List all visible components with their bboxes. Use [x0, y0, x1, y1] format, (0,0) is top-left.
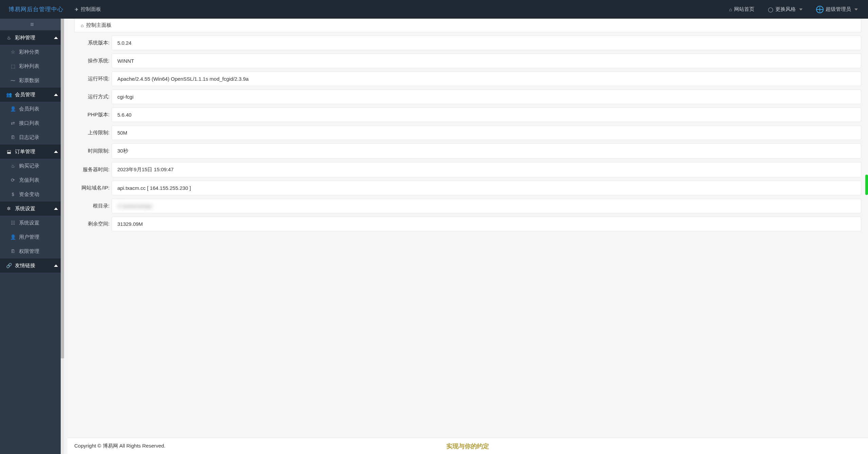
- info-label: 操作系统:: [74, 58, 112, 64]
- info-value: cgi-fcgi: [112, 90, 861, 104]
- info-label: 剩余空间:: [74, 221, 112, 227]
- sidebar-item-label: 用户管理: [19, 234, 39, 240]
- sidebar-group-label: 会员管理: [15, 92, 35, 98]
- circle-arrow-icon: ⟳: [10, 178, 16, 182]
- info-label: 上传限制:: [74, 130, 112, 136]
- sidebar-item-label: 彩票数据: [19, 77, 39, 84]
- sidebar-item[interactable]: 👤用户管理: [0, 230, 64, 244]
- sidebar: ≡ ♨彩种管理☆彩种分类⬚彩种列表⁓彩票数据👥会员管理👤会员列表⇄接口列表🗓日志…: [0, 19, 64, 454]
- sidebar-item[interactable]: ☆彩种分类: [0, 45, 64, 59]
- sidebar-item[interactable]: 👤会员列表: [0, 102, 64, 116]
- sidebar-item[interactable]: ♨购买记录: [0, 159, 64, 173]
- flame-icon: ♨: [6, 35, 12, 40]
- info-row: 根目录:C:\wwwroot\api: [74, 199, 861, 213]
- dollar-icon: ＄: [10, 192, 16, 197]
- sidebar-item[interactable]: 🗓权限管理: [0, 244, 64, 258]
- info-value: 31329.09M: [112, 217, 861, 231]
- sidebar-group-header[interactable]: ✲系统设置: [0, 201, 64, 216]
- sidebar-item-label: 权限管理: [19, 248, 39, 255]
- person-icon: 👤: [10, 235, 16, 239]
- calendar-icon: 🗓: [10, 135, 16, 140]
- sidebar-item[interactable]: ☷系统设置: [0, 216, 64, 230]
- chevron-up-icon: [54, 208, 58, 210]
- tab-control-panel[interactable]: ✈ 控制面板: [68, 6, 108, 13]
- footer-copyright: Copyright © 博易网 All Rights Reserved.: [74, 443, 166, 449]
- info-label: 根目录:: [74, 203, 112, 209]
- info-row: PHP版本:5.6.40: [74, 107, 861, 122]
- sidebar-item-label: 彩种列表: [19, 63, 39, 70]
- info-value: 5.0.24: [112, 36, 861, 50]
- info-row: 网站域名/IP:api.txacm.cc [ 164.155.255.230 ]: [74, 181, 861, 195]
- tab-label: 控制面板: [81, 6, 101, 13]
- nav-home[interactable]: ⌂ 网站首页: [729, 6, 754, 13]
- topbar: 博易网后台管理中心 ✈ 控制面板 ⌂ 网站首页 ◯ 更换风格 超级管理员: [0, 0, 868, 19]
- info-value: api.txacm.cc [ 164.155.255.230 ]: [112, 181, 861, 195]
- sidebar-group-header[interactable]: ♨彩种管理: [0, 31, 64, 45]
- info-label: PHP版本:: [74, 112, 112, 118]
- info-row: 运行环境:Apache/2.4.55 (Win64) OpenSSL/1.1.1…: [74, 72, 861, 86]
- info-label: 系统版本:: [74, 40, 112, 46]
- panel-header: ⌂ 控制主面板: [74, 19, 861, 32]
- sidebar-item-label: 系统设置: [19, 220, 39, 226]
- info-row: 系统版本:5.0.24: [74, 36, 861, 50]
- info-value: Apache/2.4.55 (Win64) OpenSSL/1.1.1s mod…: [112, 72, 861, 86]
- sidebar-item[interactable]: ＄资金变动: [0, 187, 64, 201]
- nav-home-label: 网站首页: [734, 6, 754, 13]
- footer-slogan: 实现与你的约定: [446, 442, 489, 450]
- info-value: 2023年9月15日 15:09:47: [112, 162, 861, 177]
- sidebar-item-label: 充值列表: [19, 177, 39, 183]
- info-label: 时间限制:: [74, 148, 112, 154]
- info-row: 上传限制:50M: [74, 125, 861, 140]
- cube-icon: ⬚: [10, 64, 16, 68]
- chevron-down-icon: [854, 8, 858, 11]
- sidebar-item[interactable]: ⁓彩票数据: [0, 73, 64, 87]
- users-icon: 👥: [6, 92, 12, 97]
- info-label: 网站域名/IP:: [74, 185, 112, 191]
- chevron-up-icon: [54, 94, 58, 96]
- star-icon: ☆: [10, 50, 16, 54]
- chain-icon: 🔗: [6, 263, 12, 268]
- chevron-down-icon: [799, 8, 803, 11]
- page-scrollbar-thumb[interactable]: [865, 175, 868, 195]
- sidebar-item-label: 彩种分类: [19, 49, 39, 55]
- sidebar-group-label: 订单管理: [15, 149, 35, 155]
- sidebar-item-label: 日志记录: [19, 134, 39, 141]
- globe-icon: [816, 6, 824, 13]
- topbar-right: ⌂ 网站首页 ◯ 更换风格 超级管理员: [729, 6, 868, 13]
- info-row: 服务器时间:2023年9月15日 15:09:47: [74, 162, 861, 177]
- info-row: 剩余空间:31329.09M: [74, 217, 861, 231]
- sidebar-group-label: 彩种管理: [15, 35, 35, 41]
- sidebar-item[interactable]: ⟳充值列表: [0, 173, 64, 187]
- pulse-icon: ⁓: [10, 78, 16, 83]
- sidebar-group-header[interactable]: 👥会员管理: [0, 87, 64, 102]
- chevron-up-icon: [54, 264, 58, 267]
- nav-user-menu[interactable]: 超级管理员: [816, 6, 858, 13]
- chevron-up-icon: [54, 151, 58, 153]
- info-label: 运行方式:: [74, 94, 112, 100]
- flame-icon: ♨: [10, 163, 16, 168]
- sidebar-item[interactable]: ⬚彩种列表: [0, 59, 64, 73]
- footer: Copyright © 博易网 All Rights Reserved. 实现与…: [67, 438, 868, 454]
- info-row: 运行方式:cgi-fcgi: [74, 90, 861, 104]
- sidebar-scrollbar-thumb[interactable]: [61, 19, 64, 358]
- brand-title[interactable]: 博易网后台管理中心: [0, 5, 68, 13]
- nav-theme[interactable]: ◯ 更换风格: [768, 6, 803, 13]
- sidebar-group-label: 友情链接: [15, 262, 35, 269]
- sidebar-group-header[interactable]: 🔗友情链接: [0, 258, 64, 273]
- calendar-icon: 🗓: [10, 249, 16, 254]
- info-value: WINNT: [112, 54, 861, 68]
- sidebar-collapse-button[interactable]: ≡: [0, 19, 64, 31]
- person-icon: 👤: [10, 106, 16, 111]
- sidebar-item[interactable]: 🗓日志记录: [0, 130, 64, 144]
- sidebar-item[interactable]: ⇄接口列表: [0, 116, 64, 130]
- box-icon: ⬓: [6, 149, 12, 154]
- sidebar-group-header[interactable]: ⬓订单管理: [0, 144, 64, 159]
- nav-user-label: 超级管理员: [826, 6, 851, 13]
- home-icon: ⌂: [81, 23, 83, 28]
- sidebar-group-label: 系统设置: [15, 205, 35, 212]
- sliders-icon: ☷: [10, 220, 16, 225]
- info-row: 操作系统:WINNT: [74, 54, 861, 68]
- info-label: 运行环境:: [74, 76, 112, 82]
- send-icon: ✈: [75, 7, 79, 12]
- info-list: 系统版本:5.0.24操作系统:WINNT运行环境:Apache/2.4.55 …: [74, 36, 861, 231]
